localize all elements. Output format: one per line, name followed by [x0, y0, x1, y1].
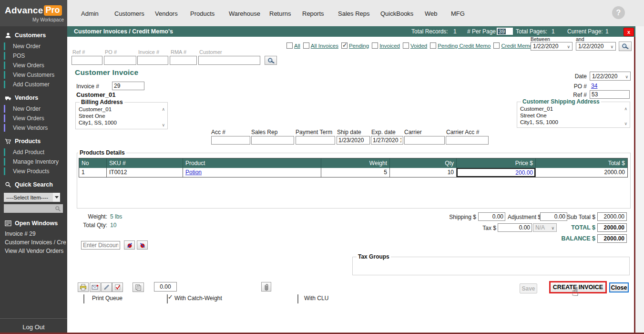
attachment-button[interactable]: [261, 282, 271, 292]
open-window-customer-invoices[interactable]: Customer Invoices / Cre: [0, 238, 67, 247]
sidebar-item-vendor-view-orders[interactable]: View Orders: [0, 114, 67, 123]
close-window-button[interactable]: x: [624, 28, 634, 36]
sidebar-item-new-order[interactable]: New Order: [0, 42, 67, 51]
ref-input[interactable]: [590, 90, 630, 99]
help-icon[interactable]: ?: [612, 6, 625, 19]
sales-rep-input[interactable]: [251, 136, 294, 145]
copy-button[interactable]: [133, 282, 144, 292]
remove-discount-button[interactable]: [137, 240, 148, 250]
quick-search-select[interactable]: ----Select Item----: [4, 193, 60, 202]
total-pages-value: 1: [552, 28, 555, 35]
nav-reports[interactable]: Reports: [302, 10, 324, 17]
product-link[interactable]: Potion: [185, 169, 202, 176]
nav-admin[interactable]: Admin: [81, 10, 99, 17]
date-label: Date: [553, 73, 587, 80]
scroll-down-icon[interactable]: [624, 122, 627, 126]
carrier-acc-input[interactable]: [446, 136, 489, 145]
invoice-date-select[interactable]: 1/22/2020: [590, 72, 631, 81]
sidebar-item-view-customers[interactable]: View Customers: [0, 70, 67, 80]
sidebar-item-view-vendors[interactable]: View Vendors: [0, 123, 67, 133]
filter-link-pending[interactable]: Pending: [349, 43, 369, 49]
nav-quickbooks[interactable]: QuickBooks: [380, 10, 413, 17]
open-window-invoice-29[interactable]: Invoice # 29: [0, 230, 67, 238]
filter-search-button[interactable]: [619, 42, 632, 51]
nav-web[interactable]: Web: [425, 10, 438, 17]
po-number-link[interactable]: 34: [591, 83, 597, 89]
filter-checkbox-all-invoices[interactable]: [303, 42, 309, 49]
sidebar-item-add-customer[interactable]: Add Customer: [0, 80, 67, 89]
nav-products[interactable]: Products: [190, 10, 215, 17]
sidebar-item-pos[interactable]: POS: [0, 51, 67, 61]
scroll-up-icon[interactable]: [624, 107, 627, 111]
nav-sales-reps[interactable]: Sales Reps: [338, 10, 369, 17]
void-button[interactable]: [112, 282, 123, 292]
sidebar-item-vendor-new-order[interactable]: New Order: [0, 104, 67, 114]
scroll-down-icon[interactable]: [162, 123, 165, 127]
filter-link-pending-credit-memo[interactable]: Pending Credit Memo: [438, 43, 491, 49]
footer-amount-input[interactable]: [154, 282, 177, 292]
nav-customers[interactable]: Customers: [114, 10, 144, 17]
sidebar-item-view-orders[interactable]: View Orders: [0, 61, 67, 70]
filter-link-all[interactable]: All: [294, 43, 300, 49]
adjustment-label: Adjustment $: [508, 214, 539, 220]
filter-link-invoiced[interactable]: Invoiced: [379, 43, 400, 49]
po-search-input[interactable]: [104, 56, 136, 65]
nav-mfg[interactable]: MFG: [451, 10, 465, 17]
email-button[interactable]: [90, 282, 101, 292]
payment-term-input[interactable]: [296, 136, 335, 145]
nav-warehouse[interactable]: Warehouse: [229, 10, 260, 17]
sidebar-item-manage-inventory[interactable]: Manage Inventory: [0, 157, 67, 167]
filter-checkbox-all[interactable]: [286, 42, 293, 49]
per-page-input[interactable]: 39: [497, 28, 513, 35]
carrier-input[interactable]: [404, 136, 445, 145]
sidebar-section-quick-search: Quick Search: [0, 178, 67, 191]
invoice-search-input[interactable]: [137, 56, 168, 65]
quick-search-input[interactable]: [4, 204, 63, 213]
filter-checkbox-invoiced[interactable]: [372, 42, 378, 49]
customer-search-input[interactable]: [198, 56, 260, 65]
tax-groups-legend: Tax Groups: [357, 253, 391, 260]
print-queue-checkbox[interactable]: [83, 294, 84, 303]
open-window-vendor-orders[interactable]: View All Vendor Orders: [0, 247, 67, 255]
nav-returns[interactable]: Returns: [269, 10, 291, 17]
acc-input[interactable]: [211, 136, 250, 145]
filter-checkbox-pending-credit-memo[interactable]: [430, 42, 436, 49]
total-records-value: 1: [453, 28, 457, 35]
adjustment-input[interactable]: [540, 212, 567, 221]
filter-link-credit-memo[interactable]: Credit Memo: [501, 43, 532, 49]
ship-date-input[interactable]: [337, 136, 370, 145]
shipping-input[interactable]: [478, 212, 505, 221]
filter-checkbox-voided[interactable]: [403, 42, 409, 49]
ref-search-label: Ref #: [72, 49, 85, 55]
sidebar-item-add-product[interactable]: Add Product: [0, 147, 67, 157]
print-queue-label: Print Queue: [92, 295, 123, 302]
ref-search-input[interactable]: [72, 56, 102, 65]
date-to-select[interactable]: 1/22/2020: [576, 42, 616, 51]
nav-vendors[interactable]: Vendors: [155, 10, 178, 17]
filter-link-voided[interactable]: Voided: [410, 43, 427, 49]
exp-date-input[interactable]: [371, 136, 403, 145]
current-page-value: 1: [605, 28, 609, 35]
clu-checkbox[interactable]: [297, 294, 298, 303]
tax-input[interactable]: [498, 223, 532, 232]
rma-search-input[interactable]: [170, 56, 197, 65]
close-button[interactable]: Close: [609, 282, 629, 292]
po-search-label: PO #: [105, 49, 117, 55]
sidebar-item-view-products[interactable]: View Products: [0, 167, 67, 176]
filter-checkbox-pending[interactable]: [341, 42, 348, 49]
price-input[interactable]: 200.00: [457, 168, 535, 177]
invoice-no-input[interactable]: [112, 82, 144, 90]
catch-weight-checkbox[interactable]: [167, 294, 168, 303]
edit-button[interactable]: [101, 282, 112, 292]
customer-search-button[interactable]: [265, 56, 277, 65]
date-from-select[interactable]: 1/22/2020: [531, 42, 572, 51]
scroll-up-icon[interactable]: [162, 107, 165, 112]
print-button[interactable]: [78, 282, 89, 292]
filter-checkbox-credit-memo[interactable]: [493, 42, 500, 49]
logout-button[interactable]: Log Out: [22, 324, 44, 331]
apply-discount-button[interactable]: [124, 240, 135, 250]
discount-input[interactable]: [81, 241, 120, 250]
filter-link-all-invoices[interactable]: All Invoices: [311, 43, 338, 49]
order-meta-row: Acc # Sales Rep Payment Term Ship date E…: [67, 129, 634, 146]
top-bar: Advance Pro My Workspace Admin Customers…: [0, 0, 644, 26]
